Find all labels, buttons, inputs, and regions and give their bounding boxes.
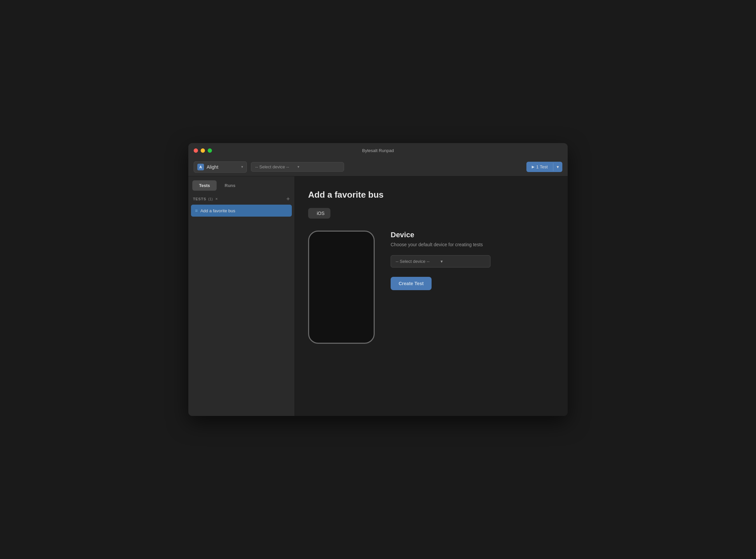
close-button[interactable] [194, 149, 198, 153]
run-button[interactable]: ▶ 1 Test [527, 162, 553, 172]
phone-mockup [308, 230, 375, 344]
app-icon: A [197, 164, 204, 170]
titlebar: Bytesalt Runpad [188, 143, 568, 158]
device-dropdown-chevron-icon: ▾ [441, 259, 486, 264]
device-setup-panel: Device Choose your default device for cr… [391, 230, 554, 290]
platform-tab-ios[interactable]: iOS [308, 208, 330, 219]
content-area: Add a favorite bus iOS Device Choose you… [295, 176, 568, 416]
tab-bar: Tests Runs [188, 176, 294, 191]
device-section: Device Choose your default device for cr… [308, 230, 554, 344]
app-window: Bytesalt Runpad A Alight ▾ -- Select dev… [188, 143, 568, 416]
tab-tests[interactable]: Tests [192, 180, 217, 191]
app-name: Alight [207, 164, 239, 170]
tests-section-label: TESTS [193, 197, 206, 201]
test-item-label: Add a favorite bus [200, 208, 235, 213]
app-selector[interactable]: A Alight ▾ [194, 161, 247, 173]
tests-close-icon[interactable]: × [215, 197, 218, 201]
play-icon: ▶ [532, 165, 534, 169]
maximize-button[interactable] [208, 149, 212, 153]
page-title: Add a favorite bus [308, 189, 554, 200]
platform-tab-label: iOS [317, 210, 325, 216]
topbar: A Alight ▾ -- Select device -- ▾ ▶ 1 Tes… [188, 158, 568, 176]
main-layout: Tests Runs TESTS (1) × + ≡ Add a favorit… [188, 176, 568, 416]
window-title: Bytesalt Runpad [362, 148, 394, 153]
add-test-button[interactable]: + [286, 196, 290, 202]
tab-runs[interactable]: Runs [218, 180, 242, 191]
tests-header: TESTS (1) × + [188, 191, 294, 205]
list-item[interactable]: ≡ Add a favorite bus [191, 205, 292, 217]
run-dropdown-button[interactable]: ▾ [553, 162, 562, 172]
window-controls [194, 149, 212, 153]
device-selector-chevron-icon: ▾ [297, 165, 340, 169]
device-dropdown-placeholder: -- Select device -- [396, 259, 441, 264]
app-selector-chevron-icon: ▾ [241, 165, 243, 169]
run-dropdown-chevron-icon: ▾ [557, 164, 559, 170]
run-button-group: ▶ 1 Test ▾ [527, 162, 562, 172]
run-button-label: 1 Test [536, 164, 548, 170]
minimize-button[interactable] [201, 149, 205, 153]
device-dropdown[interactable]: -- Select device -- ▾ [391, 255, 490, 268]
tests-count: (1) [208, 197, 213, 201]
device-selector-placeholder: -- Select device -- [255, 164, 297, 170]
test-item-icon: ≡ [195, 208, 198, 213]
device-panel-subtitle: Choose your default device for creating … [391, 242, 554, 247]
device-panel-title: Device [391, 230, 554, 239]
device-selector-dropdown[interactable]: -- Select device -- ▾ [251, 162, 344, 172]
create-test-button[interactable]: Create Test [391, 277, 431, 290]
sidebar: Tests Runs TESTS (1) × + ≡ Add a favorit… [188, 176, 295, 416]
